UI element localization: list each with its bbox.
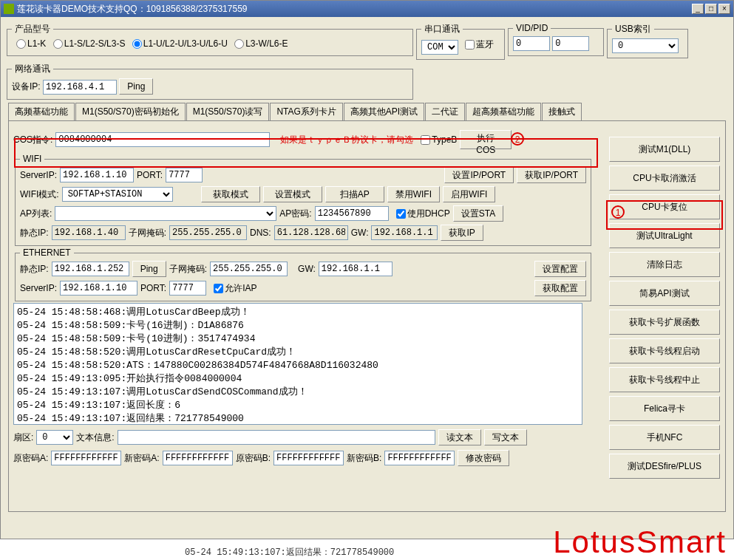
read-text-button[interactable]: 读文本: [438, 429, 481, 445]
desfire-button[interactable]: 测试DESfire/PLUS: [609, 454, 720, 479]
usb-group: USB索引 0: [607, 23, 688, 58]
clear-log-button[interactable]: 清除日志: [609, 252, 720, 277]
iap-check[interactable]: 允许IAP: [209, 282, 256, 295]
wifi-gw: [371, 225, 438, 240]
pwd-a-input[interactable]: [51, 451, 121, 465]
set-ipport-button[interactable]: 设置IP/PORT: [444, 167, 514, 183]
disable-wifi-button[interactable]: 禁用WIFI: [387, 186, 440, 202]
tab-bar: 高频基础功能 M1(S50/S70)密码初始化 M1(S50/S70)读写 NT…: [8, 103, 729, 120]
com-select[interactable]: COM1: [421, 40, 458, 55]
cos-hint: 如果是ｔｙｐｅＢ协议卡，请勾选: [280, 134, 413, 146]
tab-2[interactable]: M1(S50/S70)读写: [186, 103, 270, 120]
get-cfg-button[interactable]: 获取配置: [534, 280, 586, 296]
ethernet-group: ETHERNET 静态IP: Ping 子网掩码: GW: 设置配置 Serve…: [15, 247, 591, 301]
app-icon: [4, 4, 14, 14]
annotation-circle-2: 2: [511, 132, 524, 146]
eth-static-ip[interactable]: [52, 262, 129, 276]
test-ultralight-button[interactable]: 测试UltraLight: [609, 223, 720, 248]
set-cfg-button[interactable]: 设置配置: [534, 261, 586, 277]
test-m1-button[interactable]: 测试M1(DLL): [609, 137, 720, 162]
bt-check[interactable]: 蓝牙: [461, 38, 494, 51]
tab-5[interactable]: 二代证: [425, 103, 465, 120]
wifi-group: WIFI ServerIP: PORT: 设置IP/PORT 获取IP/PORT…: [15, 154, 591, 246]
tab-0[interactable]: 高频基础功能: [8, 103, 75, 120]
network-group: 网络通讯 设备IP: Ping: [7, 63, 413, 100]
vid-input[interactable]: [513, 36, 550, 51]
ap-list-select[interactable]: [55, 206, 276, 221]
ap-pwd-input[interactable]: [315, 206, 389, 221]
text-info-input[interactable]: [118, 430, 435, 445]
new-pwd-b-input[interactable]: [384, 451, 455, 465]
eth-mask[interactable]: [210, 262, 288, 276]
tab-1[interactable]: M1(S50/S70)密码初始化: [75, 103, 186, 120]
wifi-mask: [169, 225, 247, 240]
watermark: LotusSmart: [553, 525, 727, 560]
get-ipport-button[interactable]: 获取IP/PORT: [517, 167, 586, 183]
new-pwd-a-input[interactable]: [163, 451, 233, 465]
product-group: 产品型号 L1-K L1-S/L2-S/L3-S L1-U/L2-U/L3-U/…: [7, 23, 413, 56]
pid-input[interactable]: [552, 36, 589, 51]
eth-serverip[interactable]: [60, 281, 137, 296]
status-bar: 05-24 15:49:13:107:返回结果：721778549000: [185, 546, 394, 559]
close-button[interactable]: ×: [718, 4, 730, 14]
exec-cos-button[interactable]: 执行COS: [460, 130, 512, 149]
set-mode-button[interactable]: 设置模式: [263, 186, 322, 202]
radio-l1u[interactable]: L1-U/L2-U/L3-U/L6-U: [128, 38, 228, 49]
write-text-button[interactable]: 写文本: [484, 429, 527, 445]
nfc-button[interactable]: 手机NFC: [609, 425, 720, 450]
wifi-port[interactable]: [166, 168, 203, 182]
log-area[interactable]: 05-24 15:48:58:468:调用LotusCardBeep成功！ 05…: [13, 303, 582, 425]
felica-button[interactable]: Felica寻卡: [609, 396, 720, 421]
minimize-button[interactable]: _: [692, 4, 704, 14]
radio-l1s[interactable]: L1-S/L2-S/L3-S: [49, 38, 126, 49]
eth-gw[interactable]: [319, 262, 393, 276]
wifi-dns: [274, 225, 348, 240]
sector-select[interactable]: 0: [36, 430, 73, 445]
radio-l1k[interactable]: L1-K: [12, 38, 46, 49]
dhcp-check[interactable]: 使用DHCP: [392, 208, 450, 220]
ping-button[interactable]: Ping: [119, 78, 153, 95]
radio-l3w[interactable]: L3-W/L6-E: [230, 38, 288, 49]
enable-wifi-button[interactable]: 启用WIFI: [443, 186, 495, 202]
tab-6[interactable]: 超高频基础功能: [466, 103, 541, 120]
wifi-mode-select[interactable]: SOFTAP+STASION: [62, 187, 173, 202]
window-title: 莲花读卡器DEMO技术支持QQ：1091856388/2375317559: [17, 3, 247, 16]
pwd-b-input[interactable]: [273, 451, 344, 465]
wifi-serverip[interactable]: [60, 168, 134, 182]
get-ip-button[interactable]: 获取IP: [441, 225, 483, 241]
titlebar: 莲花读卡器DEMO技术支持QQ：1091856388/2375317559 _ …: [1, 1, 733, 17]
device-ip-input[interactable]: [43, 80, 117, 95]
thread-stop-button[interactable]: 获取卡号线程中止: [609, 367, 720, 392]
vidpid-group: VID/PID: [508, 23, 604, 56]
annotation-circle-1: 1: [611, 205, 625, 219]
eth-ping-button[interactable]: Ping: [132, 261, 166, 277]
cpu-reset-button[interactable]: CPU卡复位: [609, 194, 720, 219]
tab-4[interactable]: 高频其他API测试: [344, 103, 424, 120]
get-mode-button[interactable]: 获取模式: [201, 186, 260, 202]
typeb-check[interactable]: TypeB: [416, 134, 457, 145]
set-sta-button[interactable]: 设置STA: [453, 205, 503, 222]
right-button-panel: 测试M1(DLL) CPU卡取消激活 CPU卡复位 测试UltraLight 清…: [609, 137, 726, 482]
thread-start-button[interactable]: 获取卡号线程启动: [609, 338, 720, 363]
modify-pwd-button[interactable]: 修改密码: [458, 450, 509, 466]
serial-group: 串口通讯 COM1 蓝牙: [416, 23, 505, 60]
tab-7[interactable]: 接触式: [542, 103, 582, 120]
wifi-static-ip: [52, 225, 126, 240]
eth-port[interactable]: [169, 281, 206, 296]
cpu-deactivate-button[interactable]: CPU卡取消激活: [609, 165, 720, 191]
maximize-button[interactable]: □: [705, 4, 717, 14]
usb-select[interactable]: 0: [612, 38, 679, 53]
get-card-ext-button[interactable]: 获取卡号扩展函数: [609, 310, 720, 335]
simple-api-button[interactable]: 简易API测试: [609, 281, 720, 306]
tab-3[interactable]: NTAG系列卡片: [270, 103, 342, 120]
scan-ap-button[interactable]: 扫描AP: [325, 186, 384, 202]
cos-input[interactable]: [55, 132, 270, 147]
